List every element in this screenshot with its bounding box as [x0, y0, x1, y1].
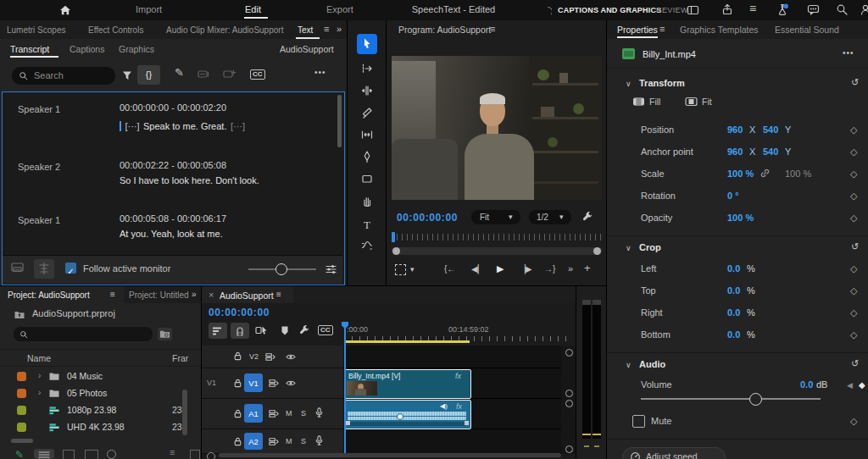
razor-tool[interactable]	[361, 107, 373, 119]
workspace-scroll-icon[interactable]	[548, 7, 552, 14]
track-header-v2[interactable]: V2	[202, 346, 343, 368]
track-target-a1[interactable]: A1	[244, 404, 263, 423]
program-playhead[interactable]	[392, 232, 395, 242]
project-vertical-scrollbar[interactable]	[182, 390, 187, 435]
expand-chevron-icon[interactable]: ›	[38, 371, 41, 380]
step-forward-icon[interactable]: ▕▶	[519, 264, 531, 274]
source-track-label[interactable]: V1	[207, 379, 216, 387]
keyframe-diamond-icon[interactable]: ◇	[850, 169, 857, 180]
keyframe-diamond-icon[interactable]: ◇	[850, 329, 857, 340]
project-row-uhd[interactable]: UHD 4K 23.98 23	[0, 418, 201, 435]
lock-icon[interactable]	[232, 436, 243, 447]
stacked-panels-icon[interactable]: ≡	[749, 2, 756, 15]
item-name[interactable]: 05 Photos	[67, 388, 107, 398]
text-panel-menu-icon[interactable]: ≡	[324, 24, 329, 34]
lock-icon[interactable]	[232, 408, 243, 419]
keyframe-diamond-icon[interactable]: ◇	[850, 124, 857, 135]
anchor-y-value[interactable]: 540	[763, 147, 778, 157]
track-target-v1[interactable]: V1	[244, 373, 263, 392]
crop-right-value[interactable]: 0.0	[727, 307, 740, 318]
label-swatch[interactable]	[17, 389, 26, 398]
chevron-down-icon[interactable]: ▾	[410, 265, 415, 274]
keyframe-diamond-icon[interactable]: ◇	[850, 307, 857, 318]
project-row-05-photos[interactable]: › 05 Photos	[0, 384, 201, 401]
audio-reset-icon[interactable]: ↺	[851, 358, 859, 369]
tab-essential-sound[interactable]: Essential Sound	[775, 25, 839, 35]
zoom-level-select[interactable]: Fit ▾	[471, 210, 520, 224]
adjust-speed-button[interactable]: Adjust speed	[622, 447, 726, 459]
segment-words[interactable]: So I have to look here. Don't look.	[120, 175, 259, 185]
icon-view-button[interactable]	[63, 450, 75, 459]
timeline-tab-label[interactable]: AudioSupport	[220, 290, 274, 301]
fill-button[interactable]: Fill	[632, 97, 660, 107]
program-timecode[interactable]: 00:00:00:00	[397, 212, 458, 224]
tab-project-audiosupport[interactable]: Project: AudioSupport	[8, 290, 90, 300]
menu-edit[interactable]: Edit	[245, 4, 261, 14]
segment-words[interactable]: At you. Yeah, look at me.	[120, 229, 223, 239]
rotation-value[interactable]: 0 °	[727, 191, 739, 201]
step-back-icon[interactable]: ◀▏	[471, 264, 484, 274]
snap-button[interactable]	[231, 323, 249, 339]
program-ruler-ticks[interactable]	[392, 234, 602, 241]
crop-bottom-value[interactable]: 0.0	[727, 329, 740, 340]
anchor-x-value[interactable]: 960	[727, 147, 743, 157]
keyframe-diamond-icon[interactable]: ◇	[850, 191, 857, 202]
speaker-label[interactable]: Speaker 1	[18, 104, 60, 114]
workspaces-icon[interactable]	[687, 4, 699, 16]
fx-badge[interactable]: fx	[456, 402, 462, 411]
segment-words[interactable]: Speak to me. Great.	[143, 121, 226, 131]
tab-project-untitled[interactable]: Project: Untitled	[129, 290, 189, 300]
export-frame-icon[interactable]	[395, 264, 406, 275]
program-zoom-bar[interactable]	[392, 247, 602, 255]
crop-title[interactable]: Crop	[639, 242, 661, 252]
keyframe-diamond-icon[interactable]: ◇	[850, 213, 857, 224]
filter-icon[interactable]	[121, 69, 133, 85]
lock-icon[interactable]	[232, 378, 243, 389]
zoom-slider-knob[interactable]	[107, 450, 116, 459]
volume-keyframe-dot[interactable]	[397, 413, 403, 420]
home-icon[interactable]	[59, 4, 71, 19]
slip-tool[interactable]	[361, 129, 373, 141]
add-marker-icon[interactable]	[279, 324, 291, 340]
share-icon[interactable]	[721, 3, 733, 16]
add-button-icon[interactable]: +	[584, 262, 591, 274]
type-tool[interactable]: T	[361, 217, 373, 232]
segment-text[interactable]: [···] Speak to me. Great. [···]	[120, 118, 340, 133]
transcript-row[interactable]: Speaker 1 00:00:00:00 - 00:00:02:20 [···…	[3, 101, 342, 148]
fade-handle[interactable]	[346, 421, 350, 425]
close-tab-icon[interactable]: ×	[209, 290, 214, 300]
label-swatch[interactable]	[17, 406, 26, 415]
zoom-bar-right-handle[interactable]	[593, 247, 601, 255]
expand-chevron-icon[interactable]: ›	[38, 388, 41, 397]
ripple-edit-tool[interactable]	[361, 85, 373, 97]
source-patch-icon[interactable]	[268, 436, 280, 447]
audio-collapse-icon[interactable]: ∨	[626, 361, 632, 369]
linked-selection-icon[interactable]	[255, 324, 269, 340]
project-row-04-music[interactable]: › 04 Music	[0, 368, 201, 384]
timeline-menu-icon[interactable]: ≡	[276, 290, 281, 299]
project-breadcrumb[interactable]: AudioSupport.prproj	[32, 308, 115, 318]
subtab-transcript[interactable]: Transcript	[10, 44, 49, 54]
caption-block-icon[interactable]	[11, 262, 28, 276]
track-header-a2[interactable]: A2 M S	[202, 429, 343, 454]
remix-tool[interactable]	[361, 239, 373, 251]
track-scroll-strip[interactable]	[561, 346, 576, 454]
scale-linked-value[interactable]: 100 %	[785, 169, 811, 179]
list-view-button[interactable]	[34, 449, 54, 459]
video-clip-billy[interactable]: Billy_Int.mp4 [V] fx	[344, 369, 471, 399]
label-swatch[interactable]	[17, 372, 26, 381]
tab-overflow-icon[interactable]: »	[337, 24, 342, 34]
workspace-captions-graphics[interactable]: CAPTIONS AND GRAPHICS	[558, 6, 661, 14]
pen-tool[interactable]	[361, 151, 373, 163]
keyframe-diamond-icon[interactable]: ◇	[850, 416, 857, 427]
tab-lumetri-scopes[interactable]: Lumetri Scopes	[7, 25, 65, 35]
comments-icon[interactable]	[807, 3, 820, 19]
track-select-forward-tool[interactable]	[361, 63, 373, 75]
add-keyframe-icon[interactable]: ◆	[859, 380, 865, 390]
project-row-1080p[interactable]: 1080p 23.98 23	[0, 401, 201, 418]
track-visibility-eye-icon[interactable]	[285, 351, 297, 362]
transform-reset-icon[interactable]: ↺	[851, 77, 859, 88]
text-layout-icon[interactable]	[34, 259, 54, 279]
item-name[interactable]: 04 Music	[67, 371, 103, 381]
edit-transcript-icon[interactable]: ✎	[175, 66, 184, 79]
